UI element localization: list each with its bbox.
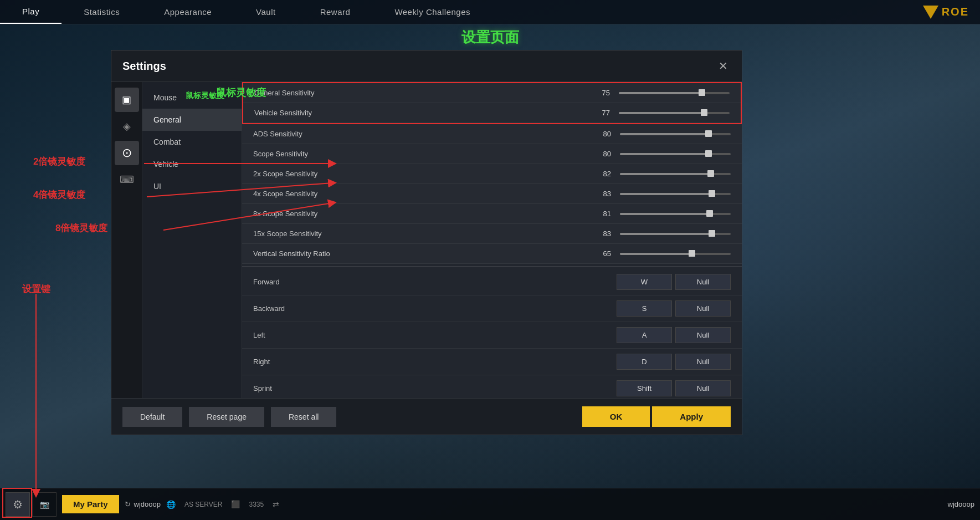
key-btn-backward-1[interactable]: S bbox=[617, 300, 672, 317]
icon-btn-monitor[interactable]: ▣ bbox=[115, 88, 139, 112]
apply-button[interactable]: Apply bbox=[652, 406, 731, 427]
slider-4x-scope-sensitivity[interactable] bbox=[620, 193, 731, 195]
setting-row-scope-sensitivity: Scope Sensitivity 80 bbox=[242, 144, 742, 164]
nav-item-reward[interactable]: Reward bbox=[298, 0, 373, 24]
audio-icon: ◈ bbox=[123, 120, 131, 132]
setting-row-vertical-sensitivity: Vertical Sensitivity Ratio 65 bbox=[242, 244, 742, 264]
key-btn-sprint-1[interactable]: Shift bbox=[617, 380, 672, 396]
key-row-left: Left A Null bbox=[242, 322, 742, 349]
left-menu: Mouse 鼠标灵敏度 General Combat Vehicle UI bbox=[142, 82, 242, 398]
top-navigation: Play Statistics Appearance Vault Reward … bbox=[0, 0, 980, 24]
setting-row-general-sensitivity: General Sensitivity 75 bbox=[243, 83, 741, 103]
footer-right-buttons: OK Apply bbox=[582, 406, 731, 427]
page-title-cn: 设置页面 bbox=[461, 29, 519, 45]
gear-icon: ⚙ bbox=[13, 498, 23, 511]
key-btn-right-1[interactable]: D bbox=[617, 354, 672, 370]
key-row-forward: Forward W Null bbox=[242, 269, 742, 295]
nav-item-weekly-challenges[interactable]: Weekly Challenges bbox=[372, 0, 492, 24]
settings-footer: Default Reset page Reset all OK Apply bbox=[111, 398, 742, 435]
logo-text: ROE bbox=[942, 6, 969, 18]
footer-left-buttons: Default Reset page Reset all bbox=[122, 407, 336, 427]
key-btn-sprint-2[interactable]: Null bbox=[675, 380, 731, 396]
key-btn-left-2[interactable]: Null bbox=[675, 327, 731, 343]
reset-all-button[interactable]: Reset all bbox=[271, 407, 336, 427]
key-btn-forward-1[interactable]: W bbox=[617, 274, 672, 290]
slider-8x-scope-sensitivity[interactable] bbox=[620, 213, 731, 215]
gear-button[interactable]: ⚙ bbox=[6, 492, 30, 517]
reset-page-button[interactable]: Reset page bbox=[189, 407, 264, 427]
gameplay-icon: ⊙ bbox=[122, 146, 132, 160]
key-row-backward: Backward S Null bbox=[242, 295, 742, 322]
menu-item-mouse[interactable]: Mouse 鼠标灵敏度 bbox=[142, 86, 242, 109]
icon-btn-mouse[interactable]: ⌨ bbox=[115, 167, 139, 192]
bottom-right-username: wjdooop bbox=[948, 500, 974, 508]
mouse-icon: ⌨ bbox=[120, 174, 134, 186]
logo-triangle-icon bbox=[923, 6, 938, 19]
slider-general-sensitivity[interactable] bbox=[619, 92, 730, 94]
menu-item-combat[interactable]: Combat bbox=[142, 131, 242, 153]
ok-button[interactable]: OK bbox=[582, 406, 650, 427]
default-button[interactable]: Default bbox=[122, 407, 182, 427]
close-button[interactable]: ✕ bbox=[715, 58, 731, 74]
camera-icon: 📷 bbox=[40, 500, 49, 509]
settings-title: Settings bbox=[122, 60, 166, 73]
icon-btn-gameplay[interactable]: ⊙ bbox=[115, 141, 139, 165]
monitor-icon: ▣ bbox=[122, 94, 131, 106]
nav-logo: ROE bbox=[923, 0, 980, 24]
page-title-area: 设置页面 bbox=[0, 28, 980, 47]
server-label: AS SERVER bbox=[184, 501, 222, 508]
settings-header: Settings ✕ bbox=[111, 50, 742, 82]
setting-row-4x-scope-sensitivity: 4x Scope Sensitivity 83 bbox=[242, 184, 742, 204]
bottom-bar: ⚙ 📷 My Party ↻ wjdooop 🌐 AS SERVER ⬛ 333… bbox=[0, 488, 980, 520]
currency-value: 3335 bbox=[249, 501, 264, 508]
key-btn-left-1[interactable]: A bbox=[617, 327, 672, 343]
highlighted-sensitivity-section: General Sensitivity 75 Vehicle Sensitivi… bbox=[242, 82, 742, 124]
mouse-label-cn: 鼠标灵敏度 bbox=[186, 91, 224, 101]
menu-item-vehicle[interactable]: Vehicle bbox=[142, 153, 242, 175]
setting-row-8x-scope-sensitivity: 8x Scope Sensitivity 81 bbox=[242, 204, 742, 224]
settings-body: ▣ ◈ ⊙ ⌨ Mouse 鼠标灵敏度 General Combat Vehic… bbox=[111, 82, 742, 398]
menu-item-ui[interactable]: UI bbox=[142, 175, 242, 197]
settings-modal: Settings ✕ ▣ ◈ ⊙ ⌨ Mouse 鼠标灵敏度 General bbox=[111, 50, 742, 435]
transfer-icon: ⇄ bbox=[273, 500, 279, 509]
username-text: wjdooop bbox=[134, 500, 161, 508]
nav-item-statistics[interactable]: Statistics bbox=[61, 0, 142, 24]
slider-2x-scope-sensitivity[interactable] bbox=[620, 173, 731, 175]
slider-15x-scope-sensitivity[interactable] bbox=[620, 233, 731, 235]
slider-scope-sensitivity[interactable] bbox=[620, 153, 731, 155]
key-row-sprint: Sprint Shift Null bbox=[242, 375, 742, 398]
icon-sidebar: ▣ ◈ ⊙ ⌨ bbox=[111, 82, 142, 398]
setting-row-ads-sensitivity: ADS Sensitivity 80 bbox=[242, 124, 742, 144]
right-content: General Sensitivity 75 Vehicle Sensitivi… bbox=[242, 82, 742, 398]
currency-icon: ⬛ bbox=[231, 500, 240, 508]
slider-vehicle-sensitivity[interactable] bbox=[619, 112, 730, 114]
icon-btn-audio[interactable]: ◈ bbox=[115, 114, 139, 139]
nav-item-vault[interactable]: Vault bbox=[234, 0, 298, 24]
camera-button[interactable]: 📷 bbox=[32, 492, 57, 517]
key-row-right: Right D Null bbox=[242, 349, 742, 375]
setting-row-vehicle-sensitivity: Vehicle Sensitivity 77 bbox=[243, 103, 741, 123]
setting-row-2x-scope-sensitivity: 2x Scope Sensitivity 82 bbox=[242, 164, 742, 184]
my-party-button[interactable]: My Party bbox=[62, 495, 119, 513]
globe-icon: 🌐 bbox=[166, 500, 176, 509]
server-info: 🌐 AS SERVER ⬛ 3335 ⇄ bbox=[166, 500, 279, 509]
nav-item-play[interactable]: Play bbox=[0, 0, 61, 24]
key-btn-right-2[interactable]: Null bbox=[675, 354, 731, 370]
setting-row-15x-scope-sensitivity: 15x Scope Sensitivity 83 bbox=[242, 224, 742, 244]
divider bbox=[242, 266, 742, 267]
slider-ads-sensitivity[interactable] bbox=[620, 133, 731, 135]
menu-item-general[interactable]: General bbox=[142, 109, 242, 131]
slider-vertical-sensitivity[interactable] bbox=[620, 253, 731, 255]
key-btn-backward-2[interactable]: Null bbox=[675, 300, 731, 317]
refresh-icon: ↻ bbox=[125, 500, 131, 508]
nav-item-appearance[interactable]: Appearance bbox=[142, 0, 234, 24]
key-btn-forward-2[interactable]: Null bbox=[675, 274, 731, 290]
username-display: ↻ wjdooop bbox=[125, 500, 161, 508]
